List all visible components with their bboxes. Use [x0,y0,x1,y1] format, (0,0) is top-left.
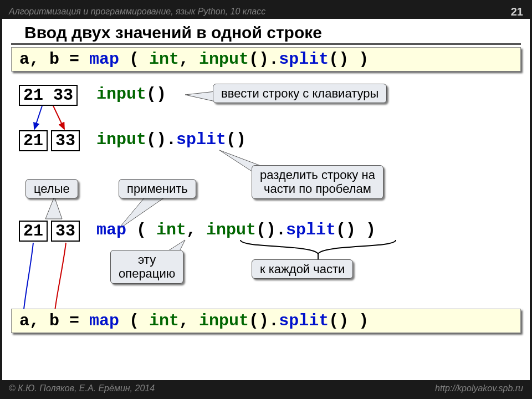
footer-left: © К.Ю. Поляков, Е.А. Ерёмин, 2014 [9,383,155,393]
footer-right: http://kpolyakov.spb.ru [435,383,523,393]
code-row2: input().split() [96,130,246,149]
code-text: ( [119,311,149,330]
callout-text: ввести строку с клавиатуры [221,86,378,100]
kw-split: split [176,130,226,149]
kw-input: input [96,130,146,149]
code-text: ( [119,50,149,69]
code-text: a, b = [19,311,89,330]
callout-text: к каждой части [260,262,345,276]
code-text: ( [126,221,156,239]
kw-map: map [89,311,119,330]
callout-input: ввести строку с клавиатуры [213,84,387,103]
header-bar: Алгоритмизация и программирование, язык … [2,2,530,19]
kw-map: map [89,50,119,69]
code-text: , [186,221,206,239]
callout-each-part: к каждой части [252,259,353,279]
code-row3: map ( int, input().split() ) [96,221,376,239]
callout-text: целые [34,182,70,196]
header-subject: Алгоритмизация и программирование, язык … [9,7,265,17]
kw-input: input [96,85,146,104]
value-21: 21 [19,130,48,151]
callout-apply: применить [119,179,196,198]
callout-operation: эту операцию [110,250,183,284]
value-boxes-row2: 2133 [19,130,80,151]
code-row1: input() [96,85,166,104]
page-title: Ввод двух значений в одной строке [11,19,521,45]
code-text: (). [256,221,286,239]
value-33: 33 [51,221,80,242]
kw-input: input [199,50,249,69]
code-text: (). [146,130,176,149]
code-text: a, b = [19,50,89,69]
code-text: () [226,130,246,149]
value-33: 33 [51,130,80,151]
value-boxes-row3: 2133 [19,221,80,242]
code-text: (). [249,311,279,330]
kw-map: map [96,221,126,239]
code-text: , [179,50,199,69]
callout-text: разделить строку на части по пробелам [260,168,375,196]
kw-int: int [149,50,179,69]
svg-line-0 [34,106,42,129]
code-text: () ) [329,311,369,330]
kw-int: int [149,311,179,330]
svg-marker-2 [185,91,215,101]
footer-bar: © К.Ю. Поляков, Е.А. Ерёмин, 2014 http:/… [2,380,530,397]
code-text: () ) [329,50,369,69]
value-21-33: 21 33 [19,85,78,106]
callout-text: применить [127,182,188,196]
kw-int: int [156,221,186,239]
code-text: (). [249,50,279,69]
svg-marker-4 [45,197,62,219]
kw-split: split [279,311,329,330]
value-21: 21 [19,221,48,242]
code-bar-top: a, b = map ( int, input().split() ) [11,47,521,71]
kw-split: split [279,50,329,69]
content-area: 21 33 input() ввести строку с клавиатуры… [2,74,530,362]
callout-text: эту операцию [119,253,175,280]
code-text: () ) [336,221,376,239]
code-bar-bottom: a, b = map ( int, input().split() ) [11,309,521,333]
kw-input: input [206,221,256,239]
kw-input: input [199,311,249,330]
svg-line-1 [53,106,64,129]
page-number: 21 [511,6,523,18]
value-box-combined: 21 33 [19,85,78,106]
callout-integers: целые [25,179,78,198]
code-text: , [179,311,199,330]
kw-split: split [286,221,336,239]
code-text: () [146,85,166,104]
callout-split: разделить строку на части по пробелам [252,165,383,199]
